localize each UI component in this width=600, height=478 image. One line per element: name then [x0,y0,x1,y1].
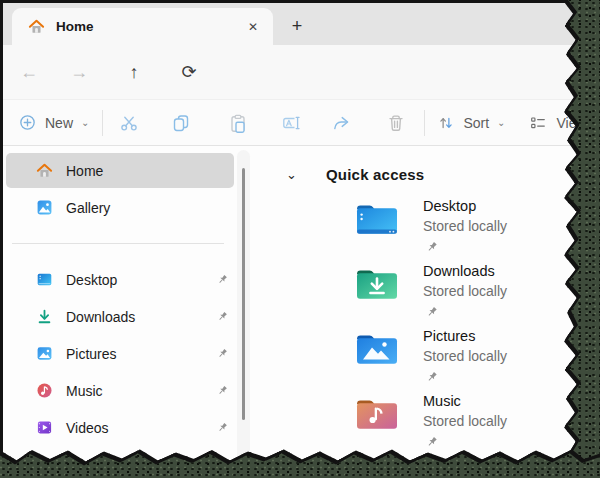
home-folder-icon [36,162,53,179]
view-options-icon [529,114,547,132]
scrollbar-thumb[interactable] [242,168,245,420]
command-toolbar: New ⌄ Sort ⌄ View [0,99,600,146]
tab-strip: Home ✕ + [0,0,600,45]
sidebar-item-gallery[interactable]: Gallery [6,190,234,225]
sidebar-divider [12,243,224,244]
sidebar-item-pictures[interactable]: Pictures [6,336,234,371]
quick-access-item-desktop[interactable]: Desktop Stored locally [355,196,507,254]
pin-icon [425,305,439,319]
pin-icon [425,240,439,254]
up-button[interactable]: ↑ [117,55,151,89]
item-name: Music [423,391,507,411]
item-status: Stored locally [423,411,507,431]
content-area: Home Gallery Desktop Downloads Pictures … [0,146,600,478]
sidebar-item-music[interactable]: Music [6,373,234,408]
rename-icon[interactable] [281,113,301,133]
tab-title: Home [56,19,245,34]
home-icon [28,18,45,35]
copy-icon[interactable] [171,113,191,133]
desktop-folder-icon [355,201,399,237]
pictures-folder-icon [355,331,399,367]
back-button[interactable]: ← [12,55,46,89]
sort-arrows-icon [437,114,455,132]
items-pane: ⌄ Quick access Desktop Stored locally Do… [252,146,600,478]
desktop-icon [36,271,53,288]
toolbar-separator [102,110,103,136]
quick-access-item-pictures[interactable]: Pictures Stored locally [355,326,507,384]
chevron-down-icon: ⌄ [497,117,505,128]
close-tab-icon[interactable]: ✕ [245,20,261,34]
paste-icon[interactable] [228,113,248,133]
quick-access-header[interactable]: ⌄ Quick access [286,166,424,183]
pin-icon[interactable] [216,421,229,434]
chevron-down-icon[interactable]: ⌄ [286,167,300,182]
sidebar-item-downloads[interactable]: Downloads [6,299,234,334]
quick-access-item-downloads[interactable]: Downloads Stored locally [355,261,507,319]
sort-button[interactable]: Sort ⌄ [437,114,505,132]
item-name: Desktop [423,196,507,216]
music-icon [36,382,53,399]
pin-icon [425,370,439,384]
file-explorer-window: Home ✕ + ← → ↑ ⟳ › Home › New ⌄ [0,0,600,478]
quick-access-item-music[interactable]: Music Stored locally [355,391,507,449]
chevron-down-icon: ⌄ [81,117,89,128]
pin-icon[interactable] [216,347,229,360]
downloads-icon [36,308,53,325]
refresh-button[interactable]: ⟳ [172,55,206,89]
item-name: Downloads [423,261,507,281]
delete-icon[interactable] [386,113,406,133]
gallery-icon [36,199,53,216]
tab-home[interactable]: Home ✕ [12,8,273,45]
new-button-label: New [45,115,73,131]
plus-circle-icon [18,113,37,132]
music-folder-icon [355,396,399,432]
new-tab-button[interactable]: + [284,13,310,39]
navigation-pane: Home Gallery Desktop Downloads Pictures … [0,146,252,478]
downloads-folder-icon [355,266,399,302]
sort-button-label: Sort [463,115,489,131]
pin-icon[interactable] [216,310,229,323]
window-border-left [0,0,3,462]
toolbar-separator [424,110,425,136]
pictures-icon [36,345,53,362]
pin-icon[interactable] [216,273,229,286]
navigation-bar: ← → ↑ ⟳ › Home › [0,45,600,99]
item-status: Stored locally [423,216,507,236]
videos-icon [36,419,53,436]
pin-icon [425,435,439,449]
forward-button[interactable]: → [62,55,96,89]
new-button[interactable]: New ⌄ [18,113,89,132]
sidebar-item-home[interactable]: Home [6,153,234,188]
torn-edge-bottom [0,448,600,478]
item-name: Pictures [423,326,507,346]
sidebar-scrollbar[interactable] [237,150,250,468]
cut-icon[interactable] [119,113,139,133]
pin-icon[interactable] [216,384,229,397]
item-status: Stored locally [423,346,507,366]
section-title: Quick access [326,166,424,183]
share-icon[interactable] [331,113,351,133]
torn-edge-right [562,0,600,478]
sidebar-item-desktop[interactable]: Desktop [6,262,234,297]
sidebar-item-videos[interactable]: Videos [6,410,234,445]
item-status: Stored locally [423,281,507,301]
window-border-top [0,0,588,3]
